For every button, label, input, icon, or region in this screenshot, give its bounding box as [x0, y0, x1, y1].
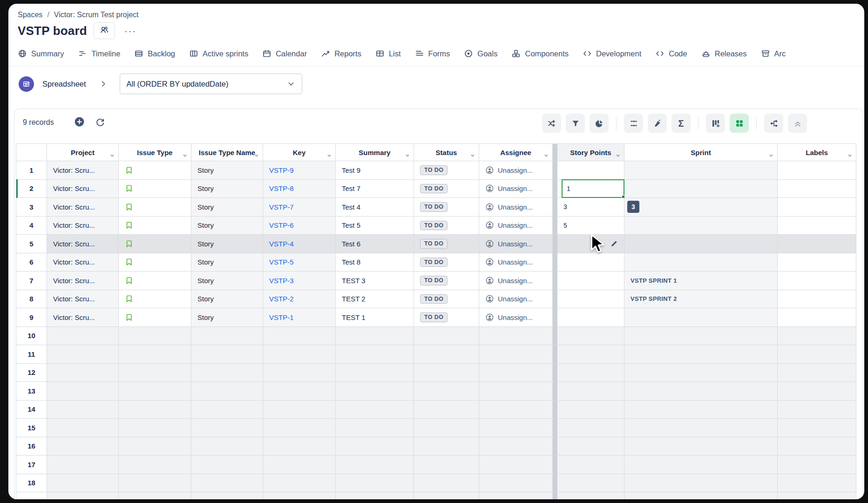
cell-status[interactable]: TO DO: [414, 161, 479, 180]
cell-summary[interactable]: [336, 382, 414, 401]
cell-sprint[interactable]: [624, 455, 778, 474]
cell-sprint[interactable]: [624, 198, 778, 217]
nav-tab-archive[interactable]: Arc: [761, 49, 786, 58]
column-header-assignee[interactable]: Assignee: [479, 143, 553, 161]
cell-labels[interactable]: [778, 308, 856, 327]
cell-issue_type[interactable]: [119, 419, 191, 437]
cell-status[interactable]: TO DO: [414, 198, 479, 217]
cell-sprint[interactable]: [624, 437, 778, 456]
cell-status[interactable]: [414, 492, 479, 499]
shuffle-button[interactable]: [542, 114, 561, 133]
cell-key[interactable]: [263, 419, 336, 437]
cell-assignee[interactable]: Unassign...: [479, 290, 553, 309]
row-number[interactable]: 7: [16, 272, 47, 290]
assignee-value[interactable]: Unassign...: [485, 239, 533, 248]
cell-assignee[interactable]: [479, 437, 553, 456]
cell-labels[interactable]: [778, 419, 856, 437]
cell-summary[interactable]: TEST 2: [336, 290, 414, 309]
cell-labels[interactable]: [778, 455, 856, 474]
cell-issue_type_name[interactable]: [191, 401, 263, 419]
nav-tab-backlog[interactable]: Backlog: [134, 49, 175, 58]
active-editing-cell[interactable]: 1: [562, 179, 624, 198]
cell-story_points[interactable]: [553, 308, 624, 327]
cell-story_points[interactable]: [553, 345, 624, 364]
header-chevron-down-icon[interactable]: [182, 152, 188, 160]
row-number[interactable]: 4: [16, 217, 47, 235]
cell-key[interactable]: VSTP-1: [263, 308, 336, 327]
cell-project[interactable]: [47, 364, 119, 382]
assignee-value[interactable]: Unassign...: [485, 221, 533, 230]
cell-assignee[interactable]: [479, 382, 553, 401]
cell-key[interactable]: [263, 401, 336, 419]
cell-assignee[interactable]: [479, 419, 553, 437]
issue-key-link[interactable]: VSTP-8: [269, 184, 294, 192]
row-number[interactable]: 18: [16, 474, 47, 493]
cell-assignee[interactable]: Unassign...: [479, 180, 553, 198]
cell-sprint[interactable]: [624, 327, 778, 346]
cell-assignee[interactable]: [479, 455, 553, 474]
issue-key-link[interactable]: VSTP-9: [269, 166, 294, 174]
cell-story_points[interactable]: 5: [553, 217, 624, 235]
row-number[interactable]: 14: [16, 401, 47, 419]
nav-tab-goals[interactable]: Goals: [464, 49, 497, 58]
cell-project[interactable]: [47, 437, 119, 456]
row-number[interactable]: 12: [16, 364, 47, 382]
cell-summary[interactable]: [336, 364, 414, 382]
cell-story_points[interactable]: [553, 455, 624, 474]
cell-issue_type[interactable]: [119, 198, 191, 217]
cell-issue_type[interactable]: [119, 401, 191, 419]
cell-sprint[interactable]: [624, 345, 778, 364]
issue-key-link[interactable]: VSTP-5: [269, 258, 294, 266]
cell-issue_type[interactable]: [119, 327, 191, 346]
cell-story_points[interactable]: 1: [553, 180, 624, 198]
cell-assignee[interactable]: Unassign...: [479, 235, 553, 253]
row-number[interactable]: 1: [16, 161, 47, 180]
cell-summary[interactable]: Test 4: [336, 198, 414, 217]
column-header-issue_type_name[interactable]: Issue Type Name: [191, 143, 263, 161]
status-badge[interactable]: TO DO: [420, 294, 448, 304]
cell-status[interactable]: [414, 474, 479, 493]
cell-summary[interactable]: Test 8: [336, 253, 414, 272]
header-chevron-down-icon[interactable]: [768, 152, 774, 160]
column-header-project[interactable]: Project: [47, 143, 119, 161]
cell-summary[interactable]: Test 5: [336, 217, 414, 235]
board-members-button[interactable]: [94, 22, 115, 39]
cell-labels[interactable]: [778, 161, 856, 180]
cell-key[interactable]: [263, 345, 336, 364]
cell-assignee[interactable]: [479, 345, 553, 364]
cell-sprint[interactable]: [624, 235, 778, 253]
cell-sprint[interactable]: VSTP SPRINT 1: [624, 272, 778, 290]
row-number[interactable]: 2: [16, 180, 47, 198]
cell-issue_type[interactable]: [119, 345, 191, 364]
cell-story_points[interactable]: [553, 437, 624, 456]
nav-tab-list[interactable]: List: [375, 49, 401, 58]
cell-project[interactable]: [47, 382, 119, 401]
nav-tab-releases[interactable]: Releases: [701, 49, 747, 58]
cell-assignee[interactable]: Unassign...: [479, 161, 553, 180]
cell-sprint[interactable]: [624, 308, 778, 327]
header-chevron-down-icon[interactable]: [470, 152, 475, 160]
breadcrumb-project[interactable]: Victor: Scrum Test project: [54, 11, 139, 19]
cell-project[interactable]: Victor: Scru...: [47, 161, 119, 180]
collapse-all-button[interactable]: [788, 114, 807, 133]
cell-labels[interactable]: [778, 345, 856, 364]
cell-labels[interactable]: [778, 327, 856, 346]
nav-tab-active-sprints[interactable]: Active sprints: [189, 49, 248, 58]
cell-key[interactable]: [263, 382, 336, 401]
cell-summary[interactable]: Test 6: [336, 235, 414, 253]
issue-key-link[interactable]: VSTP-2: [269, 295, 294, 303]
cell-sprint[interactable]: [624, 180, 778, 198]
cell-status[interactable]: TO DO: [414, 180, 479, 198]
cell-key[interactable]: VSTP-3: [263, 272, 336, 290]
header-chevron-down-icon[interactable]: [254, 152, 259, 160]
cell-key[interactable]: VSTP-5: [263, 253, 336, 272]
pie-chart-button[interactable]: [590, 114, 609, 133]
view-selector-dropdown[interactable]: All (ORDER BY updatedDate): [120, 74, 302, 94]
cell-issue_type_name[interactable]: Story: [191, 161, 263, 180]
breadcrumb-spaces[interactable]: Spaces: [18, 11, 42, 19]
status-badge[interactable]: TO DO: [420, 184, 448, 194]
cell-key[interactable]: VSTP-2: [263, 290, 336, 309]
issue-key-link[interactable]: VSTP-3: [269, 277, 294, 285]
pencil-icon[interactable]: [610, 239, 618, 248]
issue-key-link[interactable]: VSTP-7: [269, 203, 294, 211]
